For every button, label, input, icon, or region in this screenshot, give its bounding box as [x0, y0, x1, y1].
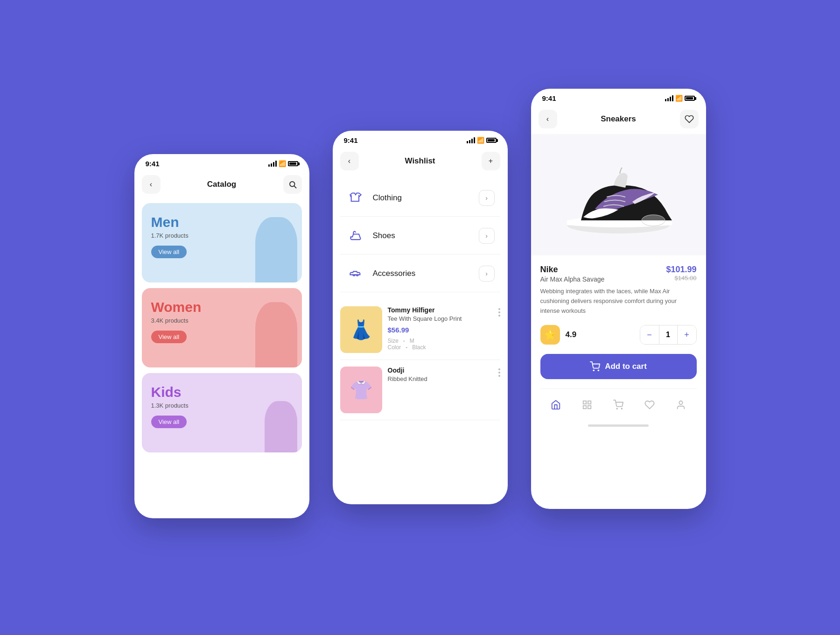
- product-item-2: 👚 Oodji Ribbed Knitted: [340, 360, 500, 420]
- price-current: $101.99: [666, 265, 696, 275]
- women-count: 3.4K products: [151, 317, 202, 324]
- status-icons-3: 📶: [665, 95, 695, 102]
- clothing-label: Clothing: [373, 193, 471, 203]
- color-value: Black: [412, 344, 426, 351]
- kids-figure: [265, 382, 297, 452]
- product-brand-2: Oodji: [388, 367, 493, 374]
- wifi-icon: 📶: [279, 160, 286, 167]
- women-label: Women: [151, 299, 202, 315]
- battery-icon-3: [685, 96, 695, 101]
- svg-point-3: [642, 215, 665, 226]
- home-indicator: [540, 421, 697, 430]
- svg-point-5: [598, 370, 599, 371]
- accessories-label: Accessories: [373, 269, 471, 278]
- women-view-all[interactable]: View all: [151, 331, 187, 343]
- wishlist-button[interactable]: [680, 110, 699, 128]
- nav-cart[interactable]: [608, 395, 629, 415]
- svg-line-1: [294, 186, 296, 188]
- kids-view-all[interactable]: View all: [151, 416, 187, 428]
- status-time-2: 9:41: [344, 136, 358, 144]
- product-image: [531, 134, 706, 255]
- product-thumb-2: 👚: [340, 367, 382, 413]
- status-bar-wishlist: 9:41 📶: [333, 131, 508, 148]
- add-button-wishlist[interactable]: +: [482, 152, 500, 170]
- status-bar-detail: 9:41 📶: [531, 89, 706, 106]
- svg-rect-8: [583, 406, 586, 409]
- nav-home[interactable]: [546, 395, 566, 415]
- svg-rect-9: [588, 406, 591, 409]
- men-count: 1.7K products: [151, 232, 189, 239]
- rating-quantity-row: ⭐ 4.9 − 1 +: [540, 325, 697, 345]
- shoes-arrow[interactable]: ›: [479, 228, 495, 244]
- product-title-group: Nike Air Max Alpha Savage: [540, 265, 605, 283]
- nav-list[interactable]: [577, 395, 597, 415]
- quantity-increase[interactable]: +: [678, 325, 696, 344]
- status-time-1: 9:41: [146, 160, 160, 168]
- category-men[interactable]: Men 1.7K products View all: [142, 203, 302, 282]
- status-icons-2: 📶: [467, 137, 497, 144]
- product-detail-content: Nike Air Max Alpha Savage $101.99 $145.0…: [531, 255, 706, 439]
- wishlist-category-list: Clothing › Shoes ›: [333, 176, 508, 296]
- women-text: Women 3.4K products View all: [151, 299, 202, 343]
- wishlist-title: Wishlist: [405, 156, 435, 166]
- shoes-icon: [346, 226, 365, 246]
- product-menu-2[interactable]: [498, 367, 500, 377]
- svg-point-10: [616, 409, 617, 409]
- product-name-2: Ribbed Knitted: [388, 375, 493, 383]
- price-group: $101.99 $145.00: [666, 265, 696, 282]
- category-women[interactable]: Women 3.4K products View all: [142, 288, 302, 367]
- product-detail-name: Air Max Alpha Savage: [540, 275, 605, 283]
- nav-wishlist[interactable]: [639, 395, 660, 415]
- signal-icon-3: [665, 95, 673, 101]
- men-view-all[interactable]: View all: [151, 246, 187, 258]
- status-bar-catalog: 9:41 📶: [134, 154, 309, 171]
- women-figure: [255, 297, 297, 367]
- category-kids[interactable]: Kids 1.3K products View all: [142, 373, 302, 452]
- product-price-1: $56.99: [388, 326, 493, 334]
- product-name-1: Tee With Square Logo Print: [388, 315, 493, 323]
- nav-profile[interactable]: [671, 395, 691, 415]
- kids-text: Kids 1.3K products View all: [151, 384, 189, 428]
- kids-label: Kids: [151, 384, 189, 400]
- quantity-decrease[interactable]: −: [640, 325, 659, 344]
- product-header: Nike Air Max Alpha Savage $101.99 $145.0…: [540, 265, 697, 283]
- quantity-controls: − 1 +: [640, 325, 697, 345]
- cart-icon: [590, 361, 600, 372]
- status-time-3: 9:41: [542, 94, 556, 102]
- add-to-cart-button[interactable]: Add to cart: [540, 354, 697, 379]
- phone-detail: 9:41 📶 ‹ Sneakers: [531, 89, 706, 509]
- svg-rect-7: [588, 401, 591, 404]
- search-button[interactable]: [283, 175, 302, 194]
- wishlist-clothing[interactable]: Clothing ›: [340, 180, 500, 217]
- clothing-arrow[interactable]: ›: [479, 190, 495, 206]
- battery-icon: [288, 161, 298, 166]
- bottom-navigation: [540, 388, 697, 421]
- wishlist-shoes[interactable]: Shoes ›: [340, 218, 500, 254]
- product-menu-1[interactable]: [498, 306, 500, 317]
- product-list: 👗 Tommy Hilfiger Tee With Square Logo Pr…: [333, 296, 508, 424]
- back-button-catalog[interactable]: ‹: [142, 175, 161, 194]
- rating-badge: ⭐: [540, 325, 560, 345]
- kids-count: 1.3K products: [151, 402, 189, 409]
- svg-point-11: [621, 409, 622, 409]
- accessories-arrow[interactable]: ›: [479, 266, 495, 282]
- back-button-detail[interactable]: ‹: [539, 110, 557, 128]
- clothing-icon: [346, 188, 365, 208]
- signal-icon-2: [467, 137, 475, 143]
- size-value: M: [410, 338, 414, 344]
- size-label: Size: [388, 338, 399, 344]
- add-to-cart-label: Add to cart: [605, 362, 647, 371]
- shoes-label: Shoes: [373, 231, 471, 240]
- wishlist-nav: ‹ Wishlist +: [333, 148, 508, 176]
- catalog-title: Catalog: [207, 180, 236, 189]
- back-button-wishlist[interactable]: ‹: [340, 152, 359, 170]
- wifi-icon-2: 📶: [477, 137, 484, 144]
- men-label: Men: [151, 214, 189, 230]
- men-text: Men 1.7K products View all: [151, 214, 189, 258]
- accessories-icon: [346, 264, 365, 283]
- phone-catalog: 9:41 📶 ‹ Catalog: [134, 154, 309, 518]
- svg-point-4: [593, 370, 594, 371]
- wishlist-accessories[interactable]: Accessories ›: [340, 255, 500, 292]
- catalog-nav: ‹ Catalog: [134, 171, 309, 199]
- men-figure: [255, 212, 297, 282]
